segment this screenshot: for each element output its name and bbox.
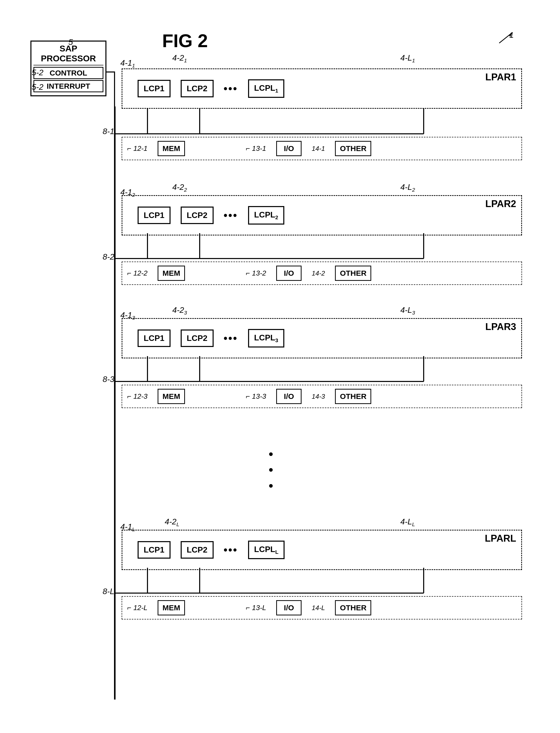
svg-marker-1	[509, 33, 512, 37]
lparL-cpu-row: LCP1 LCP2 ••• LCPLL	[130, 536, 514, 562]
lparL-other: OTHER	[335, 600, 371, 615]
ref-13-1: ⌐ 13-1	[246, 144, 266, 153]
lparL-resource-row: ⌐ 12-L MEM ⌐ 13-L I/O 14-L OTHER	[122, 596, 522, 619]
ref-arrow-1	[484, 28, 517, 48]
ref-4-2-2: 4-22	[172, 182, 187, 193]
lpar1-mem: MEM	[158, 141, 185, 156]
ref-4-L-2: 4-L2	[400, 182, 415, 193]
lpar1-io: I/O	[276, 141, 302, 156]
lpar1-resource-row: ⌐ 12-1 MEM ⌐ 13-1 I/O 14-1 OTHER	[122, 137, 522, 160]
lpar3-label: LPAR3	[485, 321, 516, 332]
lpar2-cpu1-vline	[147, 233, 148, 259]
ref-12-1: ⌐ 12-1	[127, 144, 147, 153]
ref-4-L-1: 4-L1	[400, 53, 415, 64]
lparL-bus-hline	[115, 593, 148, 594]
ref-13-2: ⌐ 13-2	[246, 269, 266, 277]
lparL-container: LPARL LCP1 LCP2 ••• LCPLL	[122, 530, 522, 570]
lpar2-io: I/O	[276, 266, 302, 281]
lpar3-io: I/O	[276, 389, 302, 404]
ref-12-3: ⌐ 12-3	[127, 392, 147, 400]
lpar1-label: LPAR1	[485, 72, 516, 83]
lpar3-dots: •••	[224, 332, 238, 344]
lpar3-container: LPAR3 LCP1 LCP2 ••• LCPL3	[122, 318, 522, 358]
lpar1-bus-hline	[115, 133, 148, 134]
lpar1-cpuL: LCPL1	[248, 79, 284, 98]
lparL-label: LPARL	[485, 533, 516, 544]
lpar3-mem: MEM	[158, 389, 185, 404]
lparL-cpu1: LCP1	[138, 541, 171, 559]
lpar2-container: LPAR2 LCP1 LCP2 ••• LCPL2	[122, 195, 522, 235]
lpar3-cpu-row: LCP1 LCP2 ••• LCPL3	[130, 324, 514, 350]
lpar2-dots: •••	[224, 209, 238, 222]
lpar3-bus-hline	[115, 381, 148, 382]
lpar3-cpu1: LCP1	[138, 329, 171, 347]
lparL-dots: •••	[224, 544, 238, 556]
ref-8-L: 8-L	[103, 587, 114, 596]
lpar2-cpu-hline	[147, 258, 424, 259]
lpar1-cpu-hline	[147, 133, 424, 134]
ref-14-2: 14-2	[312, 269, 325, 277]
vertical-ellipsis: •••	[269, 446, 273, 493]
lpar2-cpuL: LCPL2	[248, 206, 284, 225]
ref-8-1: 8-1	[103, 127, 114, 136]
ref-12-L: ⌐ 12-L	[127, 604, 147, 612]
lpar1-container: LPAR1 LCP1 LCP2 ••• LCPL1	[122, 68, 522, 109]
control-box: CONTROL	[33, 67, 103, 79]
lpar1-cpu2: LCP2	[181, 80, 214, 97]
ref-12-2: ⌐ 12-2	[127, 269, 147, 277]
lparL-cpu-hline	[147, 593, 424, 594]
lparL-mem: MEM	[158, 600, 185, 615]
lpar3-cpuL: LCPL3	[248, 329, 284, 347]
ref-4-L-3: 4-L3	[400, 305, 415, 316]
lpar1-dots: •••	[224, 83, 238, 95]
ref-5: 5	[68, 38, 73, 47]
interrupt-box: INTERRUPT	[33, 80, 103, 92]
lpar3-other: OTHER	[335, 389, 371, 404]
lparL-io: I/O	[276, 600, 302, 615]
ref-13-L: ⌐ 13-L	[246, 604, 266, 612]
lparL-cpuL-vline	[423, 568, 424, 593]
main-vertical-bus	[114, 106, 116, 700]
lparL-cpu2-vline	[199, 568, 200, 593]
lpar3-cpu-hline	[147, 381, 424, 382]
lpar1-cpu1-vline	[147, 108, 148, 134]
lpar1-cpuL-vline	[423, 108, 424, 134]
ref-4-2-1: 4-21	[172, 53, 187, 64]
lpar2-other: OTHER	[335, 266, 371, 281]
ref-14-L: 14-L	[312, 604, 325, 612]
ref-8-3: 8-3	[103, 375, 114, 384]
lpar3-resource-row: ⌐ 12-3 MEM ⌐ 13-3 I/O 14-3 OTHER	[122, 385, 522, 408]
lpar3-cpu2: LCP2	[181, 329, 214, 347]
lpar2-label: LPAR2	[485, 198, 516, 209]
ref-14-3: 14-3	[312, 393, 325, 400]
ref-8-2: 8-2	[103, 252, 114, 262]
ref-4-1-1: 4-11	[120, 58, 135, 69]
lpar2-cpu-row: LCP1 LCP2 ••• LCPL2	[130, 201, 514, 227]
ref-5-2b: 5-2	[32, 82, 43, 92]
lpar1-cpu1: LCP1	[138, 80, 171, 97]
sap-to-bus-vline	[114, 71, 115, 107]
lparL-cpu1-vline	[147, 568, 148, 593]
ref-4-2-L: 4-2L	[165, 517, 179, 527]
lpar3-cpu1-vline	[147, 356, 148, 381]
lpar2-resource-row: ⌐ 12-2 MEM ⌐ 13-2 I/O 14-2 OTHER	[122, 262, 522, 285]
ref-5-2: 5-2	[32, 68, 43, 77]
ref-4-2-3: 4-23	[172, 305, 187, 316]
lpar2-cpu1: LCP1	[138, 207, 171, 224]
lpar3-cpu2-vline	[199, 356, 200, 381]
figure-title: FIG 2	[162, 30, 208, 51]
ref-13-3: ⌐ 13-3	[246, 392, 266, 400]
lpar2-cpuL-vline	[423, 233, 424, 259]
diagram: FIG 2 1 SAP PROCESSOR CONTROL INTERRUPT …	[15, 15, 545, 722]
ref-14-1: 14-1	[312, 145, 325, 153]
sap-to-bus-hline	[106, 71, 115, 72]
ref-4-L-L: 4-LL	[400, 517, 415, 527]
lpar2-cpu2: LCP2	[181, 207, 214, 224]
lparL-cpuL: LCPLL	[248, 541, 285, 559]
lpar1-cpu-row: LCP1 LCP2 ••• LCPL1	[130, 74, 514, 100]
lpar2-cpu2-vline	[199, 233, 200, 259]
lpar2-mem: MEM	[158, 266, 185, 281]
lpar1-cpu2-vline	[199, 108, 200, 134]
lpar3-cpuL-vline	[423, 356, 424, 381]
lpar2-bus-hline	[115, 258, 148, 259]
